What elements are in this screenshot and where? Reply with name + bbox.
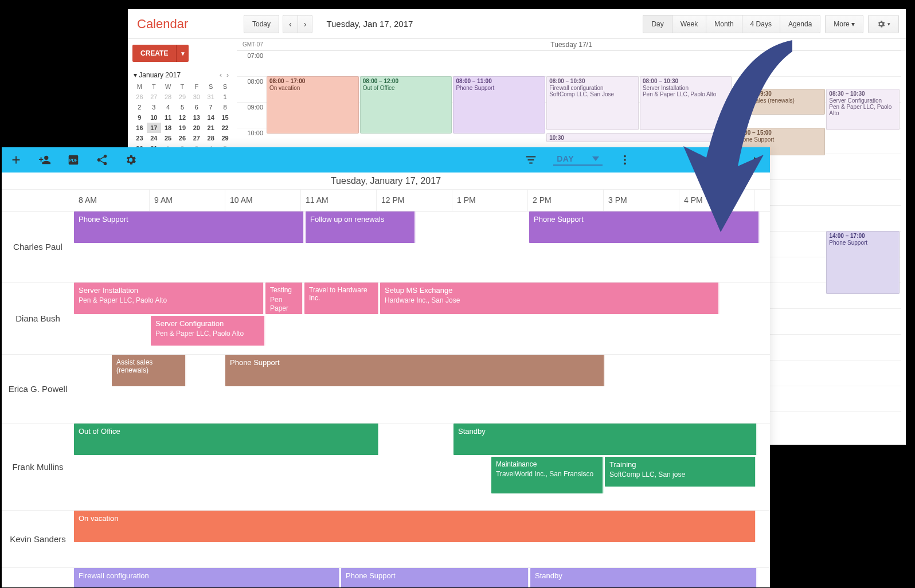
mini-day[interactable]: 3 (147, 102, 161, 112)
mini-day[interactable]: 5 (175, 102, 190, 112)
mini-day[interactable]: 20 (189, 123, 204, 133)
mini-day[interactable]: 10 (147, 112, 161, 123)
gcal-event[interactable]: 08:30 – 09:30Assist sales (renewals) (733, 89, 826, 115)
svg-point-2 (624, 155, 626, 158)
next-day-button[interactable] (749, 154, 762, 166)
person-row: Firewall configurationPhone SupportStand… (74, 568, 770, 587)
plus-icon (10, 154, 22, 166)
mini-day[interactable]: 26 (175, 133, 190, 143)
mini-day[interactable]: 4 (161, 102, 175, 112)
settings-button[interactable] (124, 154, 137, 166)
mini-day[interactable]: 28 (161, 92, 175, 102)
view-week[interactable]: Week (672, 15, 706, 33)
mini-day[interactable]: 26 (132, 92, 147, 102)
gcal-header: Calendar Today ‹ › Tuesday, Jan 17, 2017… (128, 9, 906, 39)
mini-next[interactable]: › (224, 71, 231, 79)
mini-day[interactable]: 2 (132, 102, 147, 112)
view-day[interactable]: Day (643, 15, 671, 33)
settings-button[interactable]: ▾ (868, 15, 899, 33)
event[interactable]: Standby (453, 424, 757, 455)
calendar-icon (692, 154, 705, 166)
event[interactable]: Follow up on renewals (306, 211, 416, 243)
event[interactable]: Standby (530, 568, 757, 587)
mini-day[interactable]: 30 (189, 92, 204, 102)
event[interactable]: On vacation (74, 511, 756, 542)
gcal-event[interactable]: 08:00 – 12:00Out of Office (360, 76, 452, 134)
event[interactable]: TestingPen Paper (265, 283, 303, 314)
mini-prev[interactable]: ‹ (217, 71, 224, 79)
gcal-event[interactable]: 08:00 – 10:30Server InstallationPen & Pa… (640, 76, 732, 130)
event[interactable]: Setup MS ExchangeHardware Inc., San Jose (380, 283, 720, 314)
add-person-button[interactable] (38, 154, 51, 166)
event[interactable]: TrainingSoftComp LLC, San jose (605, 457, 756, 487)
mini-day[interactable]: 22 (218, 123, 232, 133)
mini-day[interactable]: 11 (161, 112, 175, 123)
mini-day[interactable]: 13 (189, 112, 204, 123)
mini-day[interactable]: 31 (204, 92, 218, 102)
create-button[interactable]: CREATE (132, 45, 176, 62)
mini-day[interactable]: 6 (189, 102, 204, 112)
event[interactable]: MaintainanceTravelWorld Inc., San Fransi… (491, 457, 604, 493)
datepicker-button[interactable] (692, 154, 705, 166)
mini-day[interactable]: 27 (147, 92, 161, 102)
mini-day[interactable]: 12 (175, 112, 190, 123)
toolbar: PDF DAY (2, 147, 770, 173)
mini-day[interactable]: 24 (147, 133, 161, 143)
mini-day[interactable]: 15 (218, 112, 232, 123)
chevron-left-icon (721, 154, 733, 166)
current-date: Tuesday, Jan 17, 2017 (326, 19, 413, 29)
gear-icon (124, 154, 137, 166)
event[interactable]: Phone Support (529, 211, 760, 243)
mini-day[interactable]: 28 (204, 133, 218, 143)
view-4days[interactable]: 4 Days (742, 15, 780, 33)
pdf-button[interactable]: PDF (67, 154, 80, 166)
event[interactable]: Server ConfigurationPen & Paper LLC, Pao… (151, 316, 265, 346)
menu-button[interactable] (619, 154, 631, 166)
event[interactable]: Phone Support (225, 355, 605, 386)
view-dropdown[interactable]: DAY (553, 154, 603, 166)
mini-day[interactable]: 8 (218, 102, 232, 112)
today-button[interactable]: Today (244, 15, 279, 33)
timezone-label: GMT-07 (237, 41, 267, 48)
mini-day[interactable]: 7 (204, 102, 218, 112)
event[interactable]: Assist sales (renewals) (112, 355, 186, 386)
event[interactable]: Phone Support (74, 211, 304, 243)
mini-day[interactable]: 14 (204, 112, 218, 123)
mini-day[interactable]: 16 (132, 123, 147, 133)
gcal-event[interactable]: 08:00 – 17:00On vacation (267, 76, 359, 134)
mini-day[interactable]: 18 (161, 123, 175, 133)
mini-day[interactable]: 1 (218, 92, 232, 102)
mini-day[interactable]: 21 (204, 123, 218, 133)
mini-day[interactable]: 23 (132, 133, 147, 143)
mini-day[interactable]: 27 (189, 133, 204, 143)
mini-calendar[interactable]: ▾ January 2017 ‹› MTWTFSS262728293031123… (132, 69, 232, 154)
mini-day[interactable]: 29 (175, 92, 190, 102)
gcal-event[interactable]: 08:00 – 10:30Firewall configurationSoftC… (546, 76, 639, 130)
gcal-event[interactable]: 10:30TestingDan Pascal LLC, Paolo Alto (546, 133, 718, 142)
add-button[interactable] (10, 154, 22, 166)
event[interactable]: Server InstallationPen & Paper LLC, Paol… (74, 283, 264, 314)
mini-day[interactable]: 17 (147, 123, 161, 133)
filter-button[interactable] (525, 154, 537, 166)
event[interactable]: Firewall configuration (74, 568, 340, 587)
share-button[interactable] (96, 154, 108, 166)
create-dropdown[interactable]: ▼ (176, 45, 189, 62)
day-header: Tuesday 17/1 (237, 39, 906, 50)
mini-day[interactable]: 25 (161, 133, 175, 143)
prev-day-button[interactable] (721, 154, 733, 166)
view-month[interactable]: Month (706, 15, 741, 33)
mini-day[interactable]: 19 (175, 123, 190, 133)
event[interactable]: Phone Support (341, 568, 529, 587)
prev-button[interactable]: ‹ (283, 15, 298, 33)
next-button[interactable]: › (298, 15, 313, 33)
mini-day[interactable]: 9 (132, 112, 147, 123)
more-button[interactable]: More ▾ (825, 15, 863, 33)
view-agenda[interactable]: Agenda (780, 15, 820, 33)
gcal-event[interactable]: 14:00 – 17:00Phone Support (826, 231, 899, 294)
gcal-event[interactable]: 08:00 – 11:00Phone Support (453, 76, 545, 134)
mini-day[interactable]: 29 (218, 133, 232, 143)
event[interactable]: Out of Office (74, 424, 379, 455)
hour-label: 2 PM (528, 190, 604, 211)
event[interactable]: Travel to Hardware Inc. (304, 283, 379, 314)
gcal-event[interactable]: 08:30 – 10:30Server ConfigurationPen & P… (826, 89, 899, 130)
